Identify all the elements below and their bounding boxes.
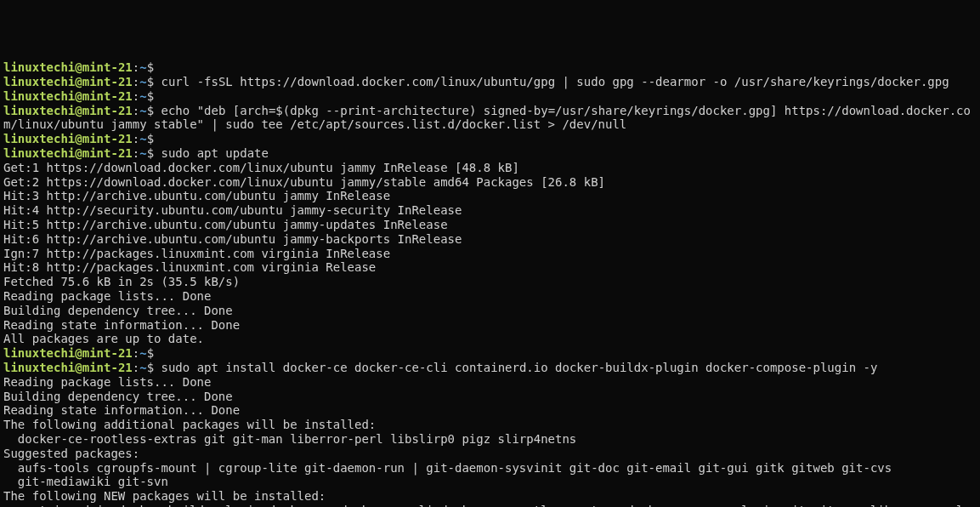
output-line: Get:2 https://download.docker.com/linux/… [3, 175, 977, 190]
command-text: sudo apt update [161, 146, 269, 160]
terminal-line: linuxtechi@mint-21:~$ sudo apt install d… [3, 361, 977, 375]
prompt-dollar: $ [147, 146, 154, 160]
terminal-line: linuxtechi@mint-21:~$ [3, 132, 977, 146]
prompt-path: ~ [139, 104, 146, 117]
prompt-at: @ [75, 89, 82, 103]
prompt-colon: : [133, 146, 139, 160]
prompt-dollar: $ [147, 104, 154, 117]
prompt-at: @ [75, 361, 82, 374]
prompt-host: mint-21 [82, 104, 133, 117]
terminal-line: linuxtechi@mint-21:~$ [3, 89, 977, 104]
prompt-path: ~ [139, 75, 146, 88]
output-line: Suggested packages: [3, 447, 977, 461]
prompt-at: @ [75, 75, 82, 88]
output-line: Hit:3 http://archive.ubuntu.com/ubuntu j… [3, 189, 977, 203]
prompt-host: mint-21 [82, 361, 133, 374]
command-text: sudo apt install docker-ce docker-ce-cli… [161, 361, 878, 374]
output-line: Building dependency tree... Done [3, 304, 977, 318]
prompt-path: ~ [139, 361, 146, 374]
prompt-colon: : [133, 104, 139, 117]
prompt-colon: : [133, 75, 139, 88]
prompt-host: mint-21 [82, 89, 133, 103]
prompt-dollar: $ [147, 75, 154, 88]
prompt-host: mint-21 [82, 60, 133, 74]
output-line: Reading state information... Done [3, 318, 977, 333]
terminal-line: linuxtechi@mint-21:~$ echo "deb [arch=$(… [3, 104, 977, 133]
prompt-host: mint-21 [82, 132, 133, 145]
prompt-dollar: $ [147, 60, 154, 74]
prompt-colon: : [133, 361, 139, 374]
prompt-host: mint-21 [82, 346, 133, 360]
output-line: Fetched 75.6 kB in 2s (35.5 kB/s) [3, 275, 977, 289]
prompt-at: @ [75, 132, 82, 145]
output-line: All packages are up to date. [3, 332, 977, 346]
prompt-user: linuxtechi [3, 75, 75, 88]
prompt-at: @ [75, 104, 82, 117]
output-line: The following NEW packages will be insta… [3, 489, 977, 504]
terminal-window[interactable]: linuxtechi@mint-21:~$ linuxtechi@mint-21… [3, 60, 977, 507]
prompt-dollar: $ [147, 132, 154, 145]
output-line: Building dependency tree... Done [3, 390, 977, 404]
output-line: git-mediawiki git-svn [3, 475, 977, 489]
command-text: curl -fsSL https://download.docker.com/l… [161, 75, 949, 88]
output-line: Get:1 https://download.docker.com/linux/… [3, 161, 977, 175]
prompt-user: linuxtechi [3, 60, 75, 74]
terminal-line: linuxtechi@mint-21:~$ sudo apt update [3, 146, 977, 161]
output-line: Reading package lists... Done [3, 375, 977, 390]
prompt-path: ~ [139, 132, 146, 145]
output-line: Reading state information... Done [3, 403, 977, 418]
terminal-line: linuxtechi@mint-21:~$ curl -fsSL https:/… [3, 75, 977, 89]
output-line: Hit:4 http://security.ubuntu.com/ubuntu … [3, 203, 977, 218]
output-line: Ign:7 http://packages.linuxmint.com virg… [3, 247, 977, 261]
prompt-user: linuxtechi [3, 146, 75, 160]
prompt-dollar: $ [147, 89, 154, 103]
output-line: aufs-tools cgroupfs-mount | cgroup-lite … [3, 461, 977, 476]
prompt-colon: : [133, 132, 139, 145]
prompt-path: ~ [139, 60, 146, 74]
prompt-user: linuxtechi [3, 89, 75, 103]
prompt-dollar: $ [147, 346, 154, 360]
prompt-user: linuxtechi [3, 104, 75, 117]
output-line: The following additional packages will b… [3, 418, 977, 432]
prompt-host: mint-21 [82, 75, 133, 88]
output-line: Reading package lists... Done [3, 289, 977, 304]
prompt-at: @ [75, 346, 82, 360]
output-line: docker-ce-rootless-extras git git-man li… [3, 432, 977, 447]
prompt-user: linuxtechi [3, 361, 75, 374]
output-line: containerd.io docker-buildx-plugin docke… [3, 504, 977, 507]
prompt-path: ~ [139, 146, 146, 160]
output-line: Hit:6 http://archive.ubuntu.com/ubuntu j… [3, 232, 977, 247]
prompt-colon: : [133, 89, 139, 103]
output-line: Hit:8 http://packages.linuxmint.com virg… [3, 260, 977, 275]
terminal-line: linuxtechi@mint-21:~$ [3, 60, 977, 75]
terminal-line: linuxtechi@mint-21:~$ [3, 346, 977, 361]
output-line: Hit:5 http://archive.ubuntu.com/ubuntu j… [3, 218, 977, 232]
prompt-user: linuxtechi [3, 132, 75, 145]
prompt-colon: : [133, 346, 139, 360]
prompt-path: ~ [139, 89, 146, 103]
prompt-dollar: $ [147, 361, 154, 374]
prompt-path: ~ [139, 346, 146, 360]
prompt-user: linuxtechi [3, 346, 75, 360]
prompt-at: @ [75, 146, 82, 160]
prompt-host: mint-21 [82, 146, 133, 160]
prompt-colon: : [133, 60, 139, 74]
prompt-at: @ [75, 60, 82, 74]
